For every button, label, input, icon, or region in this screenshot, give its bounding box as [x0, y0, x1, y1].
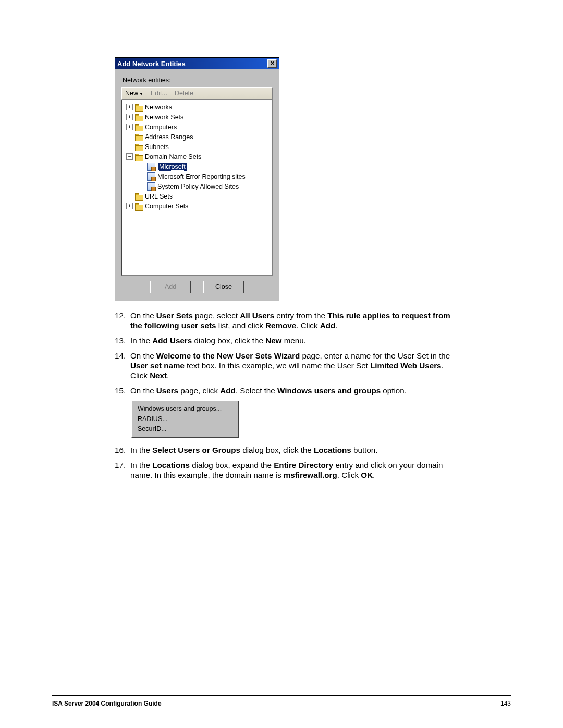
tree-item-subnets[interactable]: Subnets	[123, 142, 271, 152]
step-text: On the Welcome to the New User Sets Wiza…	[130, 351, 454, 380]
step-text: In the Locations dialog box, expand the …	[130, 460, 454, 480]
tree-item-sys-policy[interactable]: System Policy Allowed Sites	[123, 181, 271, 191]
dialog-title: Add Network Entities	[117, 60, 186, 68]
folder-icon	[135, 114, 143, 120]
menu-item-radius[interactable]: RADIUS...	[133, 414, 237, 425]
tree-item-network-sets[interactable]: +Network Sets	[123, 112, 271, 122]
network-entities-tree[interactable]: +Networks +Network Sets +Computers Addre…	[121, 100, 273, 276]
expand-icon[interactable]: +	[126, 114, 133, 120]
domain-set-icon	[147, 182, 155, 191]
menu-item-windows-users[interactable]: Windows users and groups...	[133, 404, 237, 414]
folder-icon	[135, 154, 143, 160]
folder-icon	[135, 134, 143, 140]
step-13: 13. In the Add Users dialog box, click t…	[115, 336, 454, 346]
dialog-toolbar: New▼ Edit... Delete	[121, 87, 273, 100]
tree-item-domain-name-sets[interactable]: −Domain Name Sets	[123, 152, 271, 162]
edit-menu[interactable]: Edit...	[151, 90, 167, 97]
close-icon[interactable]: ✕	[267, 59, 277, 68]
step-17: 17. In the Locations dialog box, expand …	[115, 460, 454, 480]
tree-item-computer-sets[interactable]: +Computer Sets	[123, 201, 271, 211]
footer-title: ISA Server 2004 Configuration Guide	[52, 700, 162, 707]
menu-item-securid[interactable]: SecurID...	[133, 424, 237, 435]
step-16: 16. In the Select Users or Groups dialog…	[115, 445, 454, 455]
page-footer: ISA Server 2004 Configuration Guide 143	[52, 700, 511, 707]
domain-set-icon	[147, 163, 155, 171]
tree-item-computers[interactable]: +Computers	[123, 122, 271, 132]
folder-icon	[135, 144, 143, 150]
dialog-titlebar[interactable]: Add Network Entities ✕	[115, 58, 279, 69]
step-text: In the Select Users or Groups dialog box…	[130, 445, 454, 455]
tree-item-ms-error[interactable]: Microsoft Error Reporting sites	[123, 171, 271, 181]
close-button[interactable]: Close	[203, 281, 244, 293]
expand-icon[interactable]: +	[126, 104, 133, 110]
folder-icon	[135, 104, 143, 110]
tree-item-url-sets[interactable]: URL Sets	[123, 191, 271, 201]
new-menu[interactable]: New▼	[125, 90, 143, 97]
tree-item-address-ranges[interactable]: Address Ranges	[123, 132, 271, 142]
page-number: 143	[500, 700, 511, 707]
delete-menu[interactable]: Delete	[175, 90, 193, 97]
folder-icon	[135, 193, 143, 200]
tree-item-networks[interactable]: +Networks	[123, 102, 271, 112]
instruction-list: 12. On the User Sets page, select All Us…	[115, 311, 454, 480]
expand-icon[interactable]: +	[126, 124, 133, 130]
chevron-down-icon: ▼	[139, 92, 143, 96]
step-text: On the Users page, click Add. Select the…	[130, 386, 454, 396]
step-15: 15. On the Users page, click Add. Select…	[115, 386, 454, 396]
collapse-icon[interactable]: −	[126, 153, 133, 160]
folder-icon	[135, 203, 143, 209]
tree-item-microsoft[interactable]: Microsoft	[123, 162, 271, 171]
step-14: 14. On the Welcome to the New User Sets …	[115, 351, 454, 380]
footer-rule	[52, 695, 511, 696]
step-text: In the Add Users dialog box, click the N…	[130, 336, 454, 346]
domain-set-icon	[147, 172, 155, 181]
step-text: On the User Sets page, select All Users …	[130, 311, 454, 330]
add-network-entities-dialog: Add Network Entities ✕ Network entities:…	[115, 57, 279, 301]
add-users-popup-menu: Windows users and groups... RADIUS... Se…	[131, 401, 239, 438]
network-entities-label: Network entities:	[123, 77, 273, 84]
step-12: 12. On the User Sets page, select All Us…	[115, 311, 454, 330]
folder-icon	[135, 124, 143, 130]
add-button[interactable]: Add	[150, 281, 191, 293]
expand-icon[interactable]: +	[126, 203, 133, 209]
